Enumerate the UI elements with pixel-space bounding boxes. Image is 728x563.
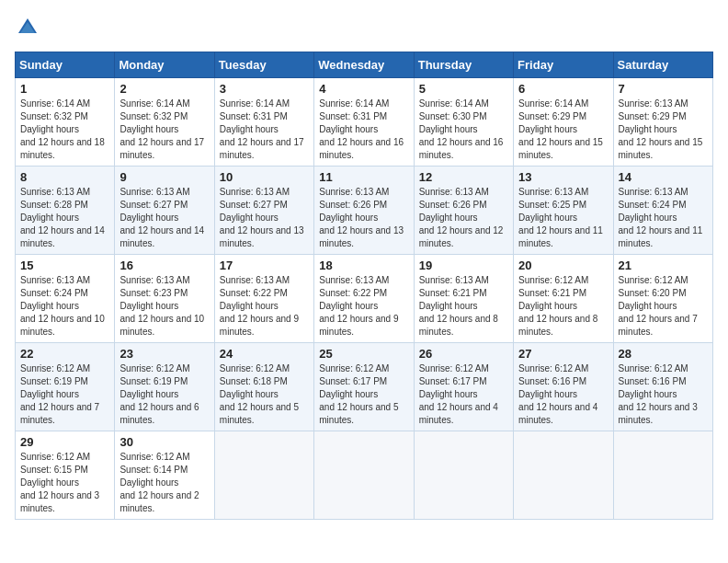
day-number: 17 [220, 259, 309, 272]
day-number: 25 [319, 347, 408, 361]
day-number: 22 [20, 347, 109, 361]
day-number: 18 [319, 259, 408, 272]
day-info: Sunrise: 6:14 AMSunset: 6:31 PMDaylight … [220, 98, 304, 160]
day-number: 8 [20, 170, 109, 184]
day-info: Sunrise: 6:12 AMSunset: 6:17 PMDaylight … [319, 363, 398, 425]
logo-icon [15, 15, 40, 40]
day-info: Sunrise: 6:12 AMSunset: 6:16 PMDaylight … [619, 363, 698, 425]
calendar-cell: 16 Sunrise: 6:13 AMSunset: 6:23 PMDaylig… [115, 255, 214, 343]
calendar-cell: 30 Sunrise: 6:12 AMSunset: 6:14 PMDaylig… [115, 431, 214, 520]
day-info: Sunrise: 6:14 AMSunset: 6:32 PMDaylight … [119, 98, 204, 160]
day-number: 11 [319, 170, 408, 184]
calendar-cell: 14 Sunrise: 6:13 AMSunset: 6:24 PMDaylig… [613, 167, 712, 255]
calendar-cell [514, 431, 613, 520]
day-info: Sunrise: 6:13 AMSunset: 6:24 PMDaylight … [20, 275, 105, 337]
calendar-cell: 11 Sunrise: 6:13 AMSunset: 6:26 PMDaylig… [314, 167, 414, 255]
calendar-cell: 10 Sunrise: 6:13 AMSunset: 6:27 PMDaylig… [214, 167, 313, 255]
day-info: Sunrise: 6:13 AMSunset: 6:23 PMDaylight … [119, 275, 204, 337]
calendar-cell: 25 Sunrise: 6:12 AMSunset: 6:17 PMDaylig… [314, 343, 414, 431]
day-info: Sunrise: 6:12 AMSunset: 6:19 PMDaylight … [20, 363, 99, 425]
week-row-3: 15 Sunrise: 6:13 AMSunset: 6:24 PMDaylig… [16, 255, 713, 343]
day-info: Sunrise: 6:14 AMSunset: 6:29 PMDaylight … [518, 98, 603, 160]
day-info: Sunrise: 6:13 AMSunset: 6:21 PMDaylight … [419, 275, 498, 337]
day-info: Sunrise: 6:14 AMSunset: 6:31 PMDaylight … [319, 98, 404, 160]
day-info: Sunrise: 6:13 AMSunset: 6:27 PMDaylight … [119, 187, 204, 248]
day-number: 1 [20, 82, 109, 96]
calendar-cell: 7 Sunrise: 6:13 AMSunset: 6:29 PMDayligh… [613, 78, 712, 167]
day-info: Sunrise: 6:12 AMSunset: 6:20 PMDaylight … [619, 275, 698, 337]
calendar-cell: 1 Sunrise: 6:14 AMSunset: 6:32 PMDayligh… [16, 78, 115, 167]
day-number: 4 [319, 82, 408, 96]
calendar-cell: 3 Sunrise: 6:14 AMSunset: 6:31 PMDayligh… [214, 78, 313, 167]
calendar-cell: 8 Sunrise: 6:13 AMSunset: 6:28 PMDayligh… [16, 167, 115, 255]
day-number: 16 [119, 259, 209, 272]
week-row-5: 29 Sunrise: 6:12 AMSunset: 6:15 PMDaylig… [16, 431, 713, 520]
day-info: Sunrise: 6:13 AMSunset: 6:26 PMDaylight … [419, 187, 504, 248]
calendar-cell: 17 Sunrise: 6:13 AMSunset: 6:22 PMDaylig… [214, 255, 313, 343]
calendar-cell [414, 431, 513, 520]
day-info: Sunrise: 6:13 AMSunset: 6:28 PMDaylight … [20, 187, 105, 248]
calendar-cell: 26 Sunrise: 6:12 AMSunset: 6:17 PMDaylig… [414, 343, 513, 431]
calendar-cell: 18 Sunrise: 6:13 AMSunset: 6:22 PMDaylig… [314, 255, 414, 343]
day-number: 29 [20, 435, 109, 449]
calendar-cell: 9 Sunrise: 6:13 AMSunset: 6:27 PMDayligh… [115, 167, 214, 255]
day-info: Sunrise: 6:14 AMSunset: 6:30 PMDaylight … [419, 98, 504, 160]
day-info: Sunrise: 6:12 AMSunset: 6:18 PMDaylight … [220, 363, 299, 425]
day-info: Sunrise: 6:13 AMSunset: 6:25 PMDaylight … [518, 187, 603, 248]
day-number: 19 [419, 259, 508, 272]
day-info: Sunrise: 6:13 AMSunset: 6:22 PMDaylight … [220, 275, 299, 337]
day-info: Sunrise: 6:13 AMSunset: 6:29 PMDaylight … [619, 98, 703, 160]
col-header-wednesday: Wednesday [314, 52, 414, 78]
day-number: 10 [220, 170, 309, 184]
day-number: 6 [518, 82, 608, 96]
day-number: 30 [119, 435, 209, 449]
day-number: 3 [220, 82, 309, 96]
day-number: 2 [119, 82, 209, 96]
day-number: 12 [419, 170, 508, 184]
calendar-cell: 5 Sunrise: 6:14 AMSunset: 6:30 PMDayligh… [414, 78, 513, 167]
calendar-cell: 4 Sunrise: 6:14 AMSunset: 6:31 PMDayligh… [314, 78, 414, 167]
calendar-cell: 23 Sunrise: 6:12 AMSunset: 6:19 PMDaylig… [115, 343, 214, 431]
day-info: Sunrise: 6:13 AMSunset: 6:27 PMDaylight … [220, 187, 304, 248]
day-number: 26 [419, 347, 508, 361]
calendar-cell: 24 Sunrise: 6:12 AMSunset: 6:18 PMDaylig… [214, 343, 313, 431]
day-info: Sunrise: 6:12 AMSunset: 6:21 PMDaylight … [518, 275, 597, 337]
week-row-4: 22 Sunrise: 6:12 AMSunset: 6:19 PMDaylig… [16, 343, 713, 431]
day-number: 28 [619, 347, 708, 361]
day-number: 24 [220, 347, 309, 361]
day-number: 5 [419, 82, 508, 96]
day-number: 20 [518, 259, 608, 272]
calendar-cell: 27 Sunrise: 6:12 AMSunset: 6:16 PMDaylig… [514, 343, 613, 431]
col-header-saturday: Saturday [613, 52, 712, 78]
day-info: Sunrise: 6:12 AMSunset: 6:19 PMDaylight … [119, 363, 199, 425]
col-header-monday: Monday [115, 52, 214, 78]
calendar-cell: 6 Sunrise: 6:14 AMSunset: 6:29 PMDayligh… [514, 78, 613, 167]
day-number: 15 [20, 259, 109, 272]
calendar-cell [314, 431, 414, 520]
day-info: Sunrise: 6:13 AMSunset: 6:24 PMDaylight … [619, 187, 703, 248]
day-number: 27 [518, 347, 608, 361]
calendar-cell: 20 Sunrise: 6:12 AMSunset: 6:21 PMDaylig… [514, 255, 613, 343]
col-header-thursday: Thursday [414, 52, 513, 78]
day-number: 13 [518, 170, 608, 184]
calendar-cell: 2 Sunrise: 6:14 AMSunset: 6:32 PMDayligh… [115, 78, 214, 167]
calendar-cell: 12 Sunrise: 6:13 AMSunset: 6:26 PMDaylig… [414, 167, 513, 255]
day-info: Sunrise: 6:12 AMSunset: 6:15 PMDaylight … [20, 452, 99, 513]
day-number: 7 [619, 82, 708, 96]
calendar-cell: 15 Sunrise: 6:13 AMSunset: 6:24 PMDaylig… [16, 255, 115, 343]
day-number: 9 [119, 170, 209, 184]
header-row: SundayMondayTuesdayWednesdayThursdayFrid… [16, 52, 713, 78]
col-header-friday: Friday [514, 52, 613, 78]
calendar-cell: 29 Sunrise: 6:12 AMSunset: 6:15 PMDaylig… [16, 431, 115, 520]
day-info: Sunrise: 6:12 AMSunset: 6:17 PMDaylight … [419, 363, 498, 425]
page-header [15, 15, 713, 40]
day-info: Sunrise: 6:12 AMSunset: 6:16 PMDaylight … [518, 363, 597, 425]
calendar-cell: 21 Sunrise: 6:12 AMSunset: 6:20 PMDaylig… [613, 255, 712, 343]
col-header-sunday: Sunday [16, 52, 115, 78]
calendar-cell: 22 Sunrise: 6:12 AMSunset: 6:19 PMDaylig… [16, 343, 115, 431]
day-number: 23 [119, 347, 209, 361]
week-row-1: 1 Sunrise: 6:14 AMSunset: 6:32 PMDayligh… [16, 78, 713, 167]
calendar-table: SundayMondayTuesdayWednesdayThursdayFrid… [15, 52, 713, 520]
calendar-cell [613, 431, 712, 520]
calendar-cell: 13 Sunrise: 6:13 AMSunset: 6:25 PMDaylig… [514, 167, 613, 255]
